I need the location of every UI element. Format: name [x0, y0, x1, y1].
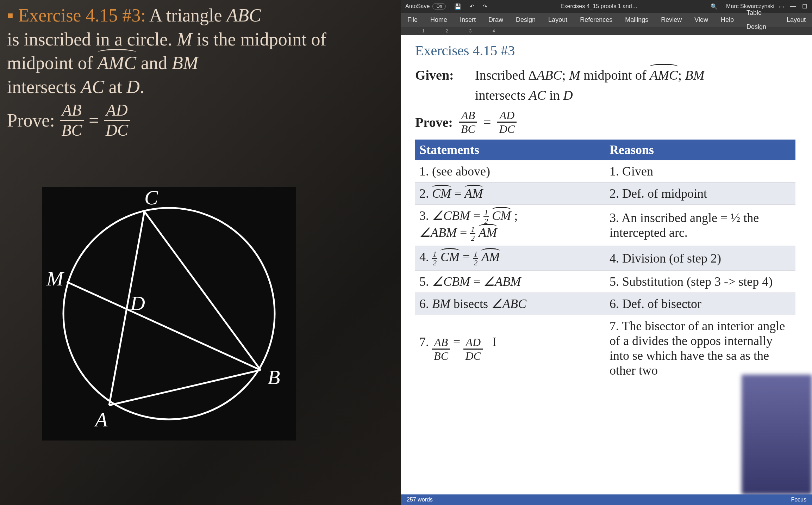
ribbon: File Home Insert Draw Design Layout Refe… [401, 13, 812, 27]
camera-occlusion [742, 375, 812, 494]
label-b: B [268, 366, 280, 389]
given-text: Inscribed ΔABC; M midpoint of AMC; BM in… [475, 65, 704, 105]
problem-panel: ▪ Exercise 4.15 #3: A triangle ABC is in… [7, 4, 394, 138]
tab-table-layout[interactable]: Layout [780, 13, 812, 27]
text-cursor: I [492, 335, 496, 349]
table-row: 2. CM = AM 2. Def. of midpoint [415, 183, 795, 205]
tab-file[interactable]: File [401, 13, 424, 27]
search-icon[interactable]: 🔍 [706, 3, 722, 10]
tab-view[interactable]: View [688, 13, 714, 27]
save-icon[interactable]: 💾 [450, 3, 466, 10]
diagram: C B A M D [42, 187, 296, 441]
redo-icon[interactable]: ↷ [479, 3, 492, 10]
label-a: A [94, 408, 108, 431]
table-row: 6. BM bisects ABC 6. Def. of bisector [415, 292, 795, 315]
table-row: 7. ABBC = ADDC I 7. The bisector of an i… [415, 315, 795, 381]
given-block: Given: Inscribed ΔABC; M midpoint of AMC… [415, 65, 801, 105]
title-exercise-number: Exercise 4.15 #3: [18, 5, 145, 25]
word-count[interactable]: 257 words [407, 497, 433, 503]
table-row: 3. CBM = 12 CM ; ABM = 12 AM 3. An inscr… [415, 205, 795, 246]
given-label: Given: [415, 65, 464, 105]
diagram-svg: C B A M D [42, 187, 296, 441]
tab-layout[interactable]: Layout [542, 13, 574, 27]
tab-table-design[interactable]: Table Design [740, 6, 780, 34]
tab-references[interactable]: References [574, 13, 619, 27]
bullet: ▪ [7, 5, 18, 25]
word-window: AutoSave On 💾 ↶ ↷ Exercises 4_15 proofs … [401, 0, 812, 505]
tab-help[interactable]: Help [714, 13, 740, 27]
doc-prove: Prove: AB BC = AD DC [415, 110, 801, 135]
prove-line: Prove: AB BC = AD DC [7, 102, 394, 138]
prove-label: Prove: [7, 110, 55, 131]
tab-mailings[interactable]: Mailings [619, 13, 655, 27]
tab-review[interactable]: Review [655, 13, 688, 27]
autosave-toggle[interactable]: AutoSave On [401, 3, 450, 10]
tab-insert[interactable]: Insert [454, 13, 482, 27]
label-m: M [46, 267, 64, 290]
fraction-ab-bc: AB BC [60, 102, 84, 138]
doc-frac-ab-bc: AB BC [459, 110, 477, 135]
label-c: C [144, 187, 158, 209]
proof-table: Statements Reasons 1. (see above) 1. Giv… [415, 140, 795, 381]
table-row: 1. (see above) 1. Given [415, 160, 795, 183]
th-reasons: Reasons [605, 140, 795, 160]
exercise-title: ▪ Exercise 4.15 #3: A triangle ABC is in… [7, 4, 394, 99]
svg-line-1 [144, 211, 261, 370]
tab-draw[interactable]: Draw [482, 13, 510, 27]
undo-icon[interactable]: ↶ [466, 3, 479, 10]
maximize-icon[interactable]: ☐ [802, 3, 807, 10]
focus-mode[interactable]: Focus [791, 497, 806, 503]
label-d: D [130, 292, 145, 315]
th-statements: Statements [415, 140, 605, 160]
doc-frac-ad-dc: AD DC [497, 110, 517, 135]
svg-line-2 [109, 370, 261, 405]
fraction-ad-dc: AD DC [104, 102, 130, 138]
statusbar: 257 words Focus [401, 494, 812, 505]
tab-home[interactable]: Home [424, 13, 454, 27]
document-body[interactable]: Exercises 4.15 #3 Given: Inscribed ΔABC;… [401, 35, 812, 381]
table-row: 4. 12 CM = 12 AM 4. Division (of step 2) [415, 246, 795, 270]
document-title[interactable]: Exercises 4_15 proofs 1 and… [492, 3, 706, 10]
svg-line-4 [67, 282, 261, 370]
minimize-icon[interactable]: — [790, 3, 796, 10]
svg-point-0 [63, 208, 275, 419]
tab-design[interactable]: Design [510, 13, 542, 27]
doc-heading: Exercises 4.15 #3 [415, 42, 801, 59]
screen: ▪ Exercise 4.15 #3: A triangle ABC is in… [0, 0, 812, 505]
table-row: 5. CBM = ABM 5. Substitution (step 3 -> … [415, 270, 795, 292]
